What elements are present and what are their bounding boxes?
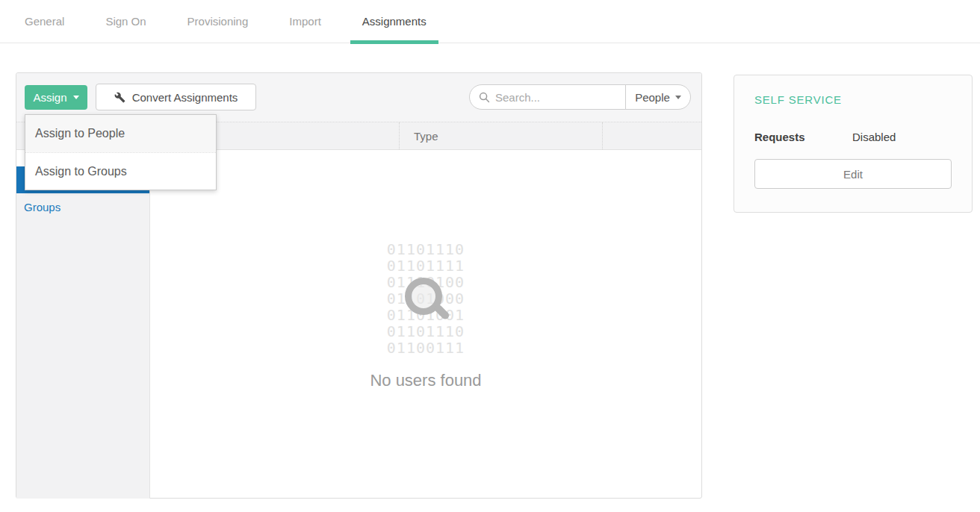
- search-scope-label: People: [635, 91, 670, 104]
- tab-assignments[interactable]: Assignments: [362, 0, 427, 43]
- requests-value: Disabled: [852, 131, 896, 143]
- edit-button[interactable]: Edit: [754, 159, 952, 189]
- binary-line: 01101110: [150, 323, 701, 340]
- tab-import[interactable]: Import: [289, 0, 321, 43]
- binary-line: 01101110: [150, 241, 701, 257]
- assignments-panel: Assign Convert Assignments: [16, 72, 702, 499]
- search-group: People: [469, 84, 691, 110]
- assign-button-label: Assign: [33, 91, 66, 104]
- app-tabbar: General Sign On Provisioning Import Assi…: [0, 0, 980, 43]
- convert-assignments-button[interactable]: Convert Assignments: [96, 84, 256, 110]
- filter-sidebar: Groups: [16, 166, 150, 499]
- menu-item-assign-to-groups[interactable]: Assign to Groups: [25, 152, 216, 190]
- empty-state-message: No users found: [150, 371, 701, 390]
- column-header-type: Type: [414, 122, 438, 149]
- wrench-icon: [114, 92, 125, 103]
- assign-dropdown-menu: Assign to People Assign to Groups: [25, 114, 217, 190]
- self-service-panel: SELF SERVICE Requests Disabled Edit: [734, 75, 973, 213]
- caret-down-icon: [675, 96, 681, 99]
- assign-button[interactable]: Assign: [25, 85, 87, 110]
- tab-general[interactable]: General: [25, 0, 64, 43]
- search-scope-dropdown[interactable]: People: [625, 84, 691, 110]
- caret-down-icon: [73, 96, 79, 99]
- search-field-container: [469, 84, 626, 110]
- binary-line: 01101111: [150, 257, 701, 274]
- self-service-title: SELF SERVICE: [754, 93, 842, 106]
- menu-item-assign-to-people[interactable]: Assign to People: [25, 115, 216, 152]
- sidebar-item-groups[interactable]: Groups: [16, 193, 149, 220]
- search-icon: [479, 92, 490, 103]
- search-input[interactable]: [495, 91, 618, 104]
- tab-provisioning[interactable]: Provisioning: [187, 0, 249, 43]
- column-divider: [399, 122, 400, 149]
- column-divider: [602, 122, 603, 149]
- empty-state: 01101110 01101111 01110100 01101000 0110…: [150, 150, 701, 498]
- requests-label: Requests: [754, 131, 805, 143]
- tab-sign-on[interactable]: Sign On: [105, 0, 146, 43]
- convert-assignments-label: Convert Assignments: [132, 91, 238, 104]
- binary-line: 01100111: [150, 340, 701, 356]
